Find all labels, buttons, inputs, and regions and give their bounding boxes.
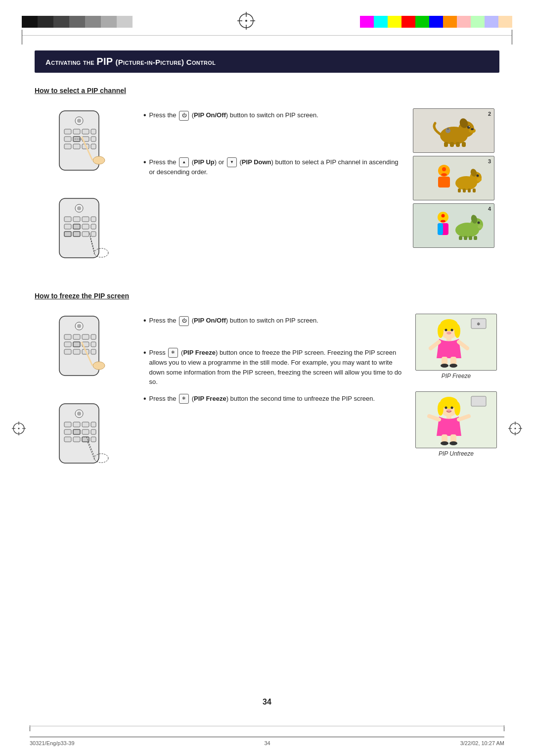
svg-point-57 — [441, 173, 447, 176]
svg-point-137 — [454, 402, 460, 416]
svg-line-127 — [431, 342, 439, 348]
right-color-bar — [360, 16, 512, 28]
svg-point-56 — [442, 167, 446, 171]
main-content: Activating the PIP (Picture-in-Picture) … — [0, 36, 534, 504]
svg-rect-20 — [91, 144, 96, 149]
bullet-1: • Press the ⏻ (PIP On/Off) button to swi… — [143, 110, 403, 121]
svg-rect-72 — [438, 223, 443, 235]
svg-rect-9 — [64, 129, 71, 134]
page-title: Activating the PIP (Picture-in-Picture) … — [45, 57, 216, 67]
svg-rect-90 — [73, 342, 80, 347]
svg-rect-35 — [64, 232, 71, 236]
svg-rect-79 — [464, 236, 467, 240]
svg-line-143 — [459, 416, 469, 420]
svg-rect-126 — [446, 338, 451, 341]
bullet-3: • Press the ⏻ (PIP On/Off) button to swi… — [143, 316, 403, 326]
footer-rule — [30, 737, 504, 737]
channel-3-image: 3 — [413, 156, 494, 200]
pip-down-icon: ▼ — [227, 157, 237, 167]
section1-heading: How to select a PIP channel — [35, 87, 134, 94]
swatch-b4 — [69, 16, 85, 28]
pip-freeze-icon-1: ❄ — [168, 348, 178, 358]
svg-rect-87 — [82, 334, 89, 339]
swatch-light-red — [457, 16, 471, 28]
svg-rect-33 — [82, 224, 89, 229]
svg-rect-104 — [82, 422, 89, 427]
svg-rect-88 — [91, 334, 96, 339]
svg-rect-103 — [73, 422, 80, 427]
svg-point-132 — [449, 364, 457, 368]
svg-point-84 — [77, 324, 81, 328]
svg-rect-49 — [444, 142, 448, 147]
svg-rect-13 — [64, 137, 71, 142]
svg-rect-105 — [91, 422, 96, 427]
svg-point-121 — [438, 324, 444, 338]
swatch-b3 — [53, 16, 69, 28]
swatch-magenta — [360, 16, 374, 28]
svg-point-8 — [77, 119, 81, 123]
channel-4-num: 4 — [488, 206, 491, 212]
svg-rect-107 — [73, 429, 80, 434]
svg-rect-11 — [82, 129, 89, 134]
svg-point-46 — [469, 126, 470, 127]
pip-unfreeze-image: PIP Unfreeze — [415, 391, 497, 457]
pip-onoff-icon-1: ⏻ — [179, 111, 189, 121]
svg-rect-27 — [64, 217, 71, 222]
center-crosshair — [236, 11, 256, 32]
svg-rect-93 — [64, 349, 71, 354]
svg-point-76 — [477, 222, 480, 224]
svg-rect-106 — [64, 429, 71, 434]
remote-illustrations-1: How to select a PIP channel — [35, 87, 134, 274]
svg-rect-80 — [469, 236, 472, 240]
page-footer: 30321/Eng/p33-39 34 3/22/02, 10:27 AM — [0, 737, 534, 746]
pip-unfreeze-caption: PIP Unfreeze — [439, 450, 474, 457]
swatch-blue — [429, 16, 443, 28]
svg-point-5 — [245, 20, 247, 22]
left-tick — [22, 30, 22, 45]
svg-rect-64 — [458, 189, 461, 192]
footer-content: 30321/Eng/p33-39 34 3/22/02, 10:27 AM — [30, 740, 504, 746]
svg-line-128 — [459, 342, 467, 348]
freeze-images: ❄ — [413, 292, 499, 457]
svg-rect-38 — [91, 232, 96, 236]
swatch-b1 — [22, 16, 38, 28]
swatch-orange — [443, 16, 457, 28]
page-wrapper: Activating the PIP (Picture-in-Picture) … — [0, 0, 534, 756]
swatch-red — [401, 16, 415, 28]
svg-rect-112 — [82, 437, 89, 442]
title-prefix: Activating the — [45, 58, 96, 66]
footer-left-text: 30321/Eng/p33-39 — [30, 740, 75, 746]
svg-point-147 — [449, 441, 457, 445]
svg-rect-58 — [438, 177, 450, 188]
svg-rect-78 — [459, 236, 462, 240]
section-pip-select: How to select a PIP channel — [35, 87, 499, 274]
title-pip: PIP — [96, 56, 113, 67]
right-tick — [512, 30, 512, 45]
remote-3 — [52, 314, 116, 389]
right-crosshair — [507, 421, 523, 438]
footer-center-text: 34 — [264, 740, 270, 746]
swatch-green — [415, 16, 429, 28]
swatch-b5 — [85, 16, 101, 28]
svg-point-159 — [515, 428, 516, 429]
svg-rect-65 — [463, 189, 466, 192]
swatch-b6 — [101, 16, 117, 28]
section2-heading: How to freeze the PIP screen — [35, 292, 134, 300]
svg-rect-18 — [73, 144, 80, 149]
svg-rect-32 — [73, 224, 80, 229]
svg-rect-16 — [91, 137, 96, 142]
svg-point-70 — [441, 220, 445, 223]
svg-text:❄: ❄ — [477, 322, 481, 327]
top-bar — [0, 0, 534, 32]
channel-3-num: 3 — [488, 158, 491, 164]
bottom-rule — [30, 726, 504, 726]
svg-rect-51 — [456, 142, 460, 147]
bullet-2: • Press the ▲ (PIP Up) or ▼ (PIP Down) b… — [143, 157, 403, 177]
svg-rect-34 — [91, 224, 96, 229]
svg-rect-92 — [91, 342, 96, 347]
page-number-display: 34 — [263, 698, 271, 707]
svg-point-123 — [445, 329, 447, 331]
svg-point-63 — [477, 178, 482, 182]
svg-line-142 — [429, 416, 439, 420]
svg-rect-141 — [446, 416, 451, 419]
